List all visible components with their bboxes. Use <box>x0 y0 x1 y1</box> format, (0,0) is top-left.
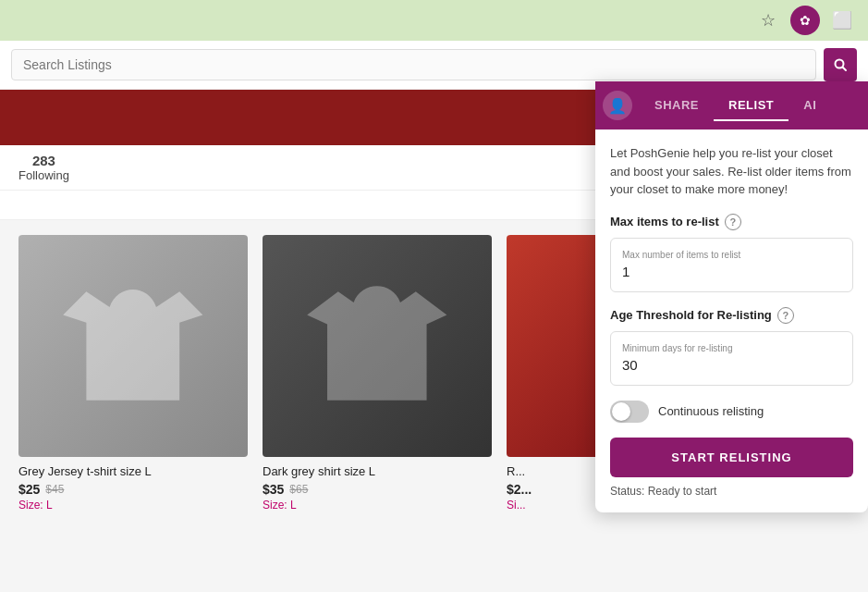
following-stat: 283 Following <box>18 153 69 182</box>
age-threshold-input-label: Minimum days for re-listing <box>622 343 841 353</box>
search-input[interactable] <box>11 49 816 80</box>
popup-body: Let PoshGenie help you re-list your clos… <box>595 130 868 512</box>
continuous-relisting-toggle[interactable] <box>610 401 649 423</box>
popup-tabs: SHARE RELIST AI <box>640 91 861 121</box>
listing-prices: $35 $65 <box>263 482 492 497</box>
search-button[interactable] <box>824 48 857 81</box>
listing-size: Size: L <box>263 499 492 512</box>
following-count: 283 <box>18 153 69 168</box>
price-original: $45 <box>45 483 64 496</box>
age-threshold-field-group: Age Threshold for Re-listing ? Minimum d… <box>610 307 853 386</box>
shirt-figure <box>507 235 599 457</box>
age-threshold-input[interactable] <box>622 357 841 373</box>
svg-line-1 <box>843 68 847 71</box>
popup-panel: 👤 SHARE RELIST AI Let PoshGenie help you… <box>595 81 868 512</box>
listing-card[interactable]: Dark grey shirt size L $35 $65 Size: L <box>263 235 492 512</box>
age-threshold-label: Age Threshold for Re-listing ? <box>610 307 853 324</box>
listing-title: Grey Jersey t-shirt size L <box>18 464 248 478</box>
continuous-relisting-label: Continuous relisting <box>658 404 764 418</box>
listing-title: Dark grey shirt size L <box>263 464 492 478</box>
popup-description: Let PoshGenie help you re-list your clos… <box>610 144 853 199</box>
max-items-input-wrapper: Max number of items to relist <box>610 238 853 292</box>
shirt-figure <box>18 235 248 457</box>
age-threshold-help-icon[interactable]: ? <box>777 307 794 324</box>
listing-size: Size: L <box>18 499 248 512</box>
main-content: 283 Following Sort By Grey Jersey t-shir… <box>0 41 868 592</box>
status-text: Status: Ready to start <box>610 485 853 498</box>
toggle-knob <box>612 402 630 421</box>
tab-share[interactable]: SHARE <box>640 91 714 121</box>
shirt-figure <box>263 235 492 457</box>
avatar-icon[interactable]: ✿ <box>790 6 820 35</box>
top-bar: ☆ ✿ ⬜ <box>0 0 868 41</box>
share-icon[interactable]: ⬜ <box>827 6 857 35</box>
price-current: $25 <box>18 482 40 497</box>
listing-image <box>507 235 599 457</box>
max-items-help-icon[interactable]: ? <box>725 214 741 230</box>
start-relisting-button[interactable]: START RELISTING <box>610 438 853 477</box>
max-items-label: Max items to re-list ? <box>610 214 853 230</box>
max-items-input-label: Max number of items to relist <box>622 250 841 260</box>
age-threshold-input-wrapper: Minimum days for re-listing <box>610 331 853 386</box>
price-original: $65 <box>289 483 308 496</box>
max-items-input[interactable] <box>622 264 841 279</box>
tab-relist[interactable]: RELIST <box>714 91 789 121</box>
star-icon[interactable]: ☆ <box>753 6 783 35</box>
listing-image <box>18 235 248 457</box>
listing-prices: $25 $45 <box>18 482 248 497</box>
listing-image <box>263 235 492 457</box>
tab-ai[interactable]: AI <box>789 91 831 121</box>
continuous-relisting-row: Continuous relisting <box>610 401 853 423</box>
listing-card[interactable]: Grey Jersey t-shirt size L $25 $45 Size:… <box>18 235 248 512</box>
price-current: $35 <box>263 482 284 497</box>
following-label: Following <box>18 168 69 182</box>
max-items-field-group: Max items to re-list ? Max number of ite… <box>610 214 853 292</box>
search-icon <box>833 57 848 72</box>
profile-icon: 👤 <box>603 91 632 120</box>
popup-header: 👤 SHARE RELIST AI <box>595 81 868 130</box>
price-current: $2... <box>507 482 532 497</box>
